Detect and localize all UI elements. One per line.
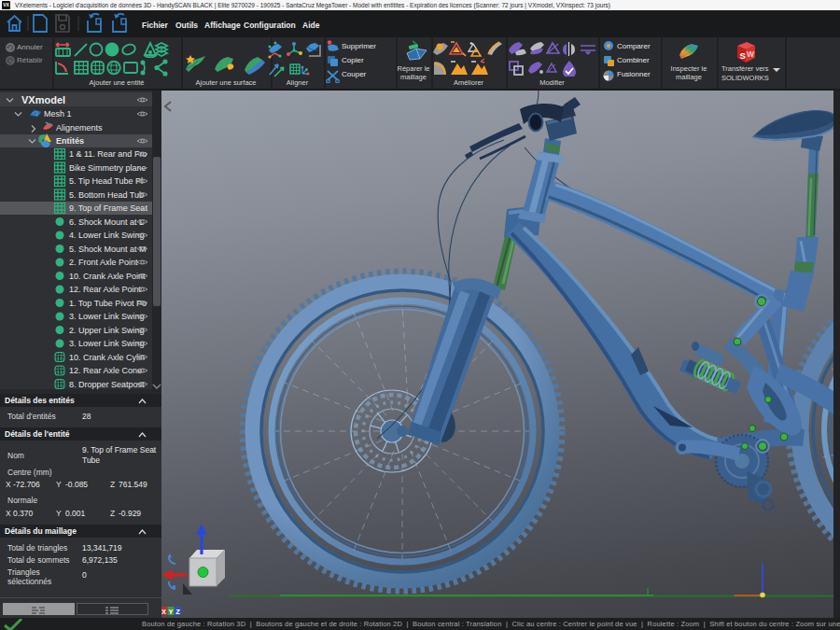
svg-text:Y: Y bbox=[168, 608, 173, 616]
svg-text:W: W bbox=[747, 49, 755, 59]
svg-text:Z: Z bbox=[175, 608, 180, 616]
svg-text:X: X bbox=[161, 608, 166, 616]
svg-text:S: S bbox=[740, 50, 746, 61]
